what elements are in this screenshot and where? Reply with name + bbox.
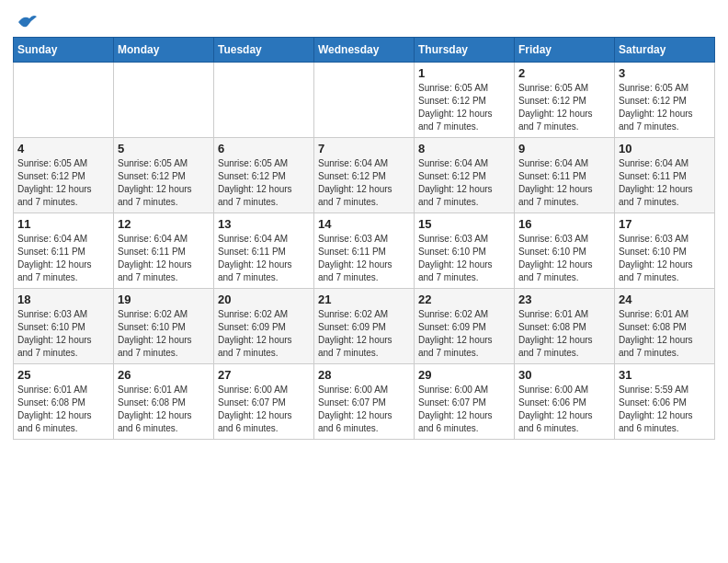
header	[9, 9, 719, 31]
day-info: Sunrise: 6:03 AM Sunset: 6:10 PM Dayligh…	[619, 233, 711, 284]
day-info: Sunrise: 6:01 AM Sunset: 6:08 PM Dayligh…	[619, 308, 711, 360]
day-cell: 29Sunrise: 6:00 AM Sunset: 6:07 PM Dayli…	[415, 364, 515, 440]
day-number: 21	[318, 293, 410, 306]
day-info: Sunrise: 6:02 AM Sunset: 6:09 PM Dayligh…	[418, 308, 510, 360]
day-cell	[14, 63, 114, 138]
day-cell: 26Sunrise: 6:01 AM Sunset: 6:08 PM Dayli…	[114, 364, 214, 440]
day-cell: 5Sunrise: 6:05 AM Sunset: 6:12 PM Daylig…	[114, 138, 214, 213]
day-number: 10	[619, 142, 711, 155]
day-info: Sunrise: 6:01 AM Sunset: 6:08 PM Dayligh…	[17, 384, 109, 435]
day-number: 24	[619, 293, 711, 306]
day-info: Sunrise: 6:04 AM Sunset: 6:11 PM Dayligh…	[619, 157, 711, 209]
day-cell	[114, 63, 214, 138]
day-info: Sunrise: 6:05 AM Sunset: 6:12 PM Dayligh…	[17, 157, 109, 209]
day-cell: 17Sunrise: 6:03 AM Sunset: 6:10 PM Dayli…	[615, 213, 715, 289]
day-number: 20	[218, 293, 310, 306]
day-number: 27	[218, 368, 310, 382]
day-header-wednesday: Wednesday	[314, 38, 415, 63]
day-number: 5	[118, 142, 210, 155]
day-info: Sunrise: 6:05 AM Sunset: 6:12 PM Dayligh…	[118, 157, 210, 209]
day-cell	[214, 63, 314, 138]
day-number: 4	[17, 142, 109, 155]
day-info: Sunrise: 6:00 AM Sunset: 6:07 PM Dayligh…	[318, 384, 410, 435]
day-info: Sunrise: 6:03 AM Sunset: 6:10 PM Dayligh…	[17, 308, 109, 360]
day-info: Sunrise: 6:05 AM Sunset: 6:12 PM Dayligh…	[418, 82, 510, 133]
day-cell: 31Sunrise: 5:59 AM Sunset: 6:06 PM Dayli…	[615, 364, 715, 440]
day-cell: 23Sunrise: 6:01 AM Sunset: 6:08 PM Dayli…	[515, 289, 615, 364]
day-number: 1	[418, 66, 510, 80]
calendar: SundayMondayTuesdayWednesdayThursdayFrid…	[9, 37, 719, 440]
day-header-saturday: Saturday	[615, 38, 715, 63]
day-info: Sunrise: 6:04 AM Sunset: 6:12 PM Dayligh…	[318, 157, 410, 209]
week-row-3: 11Sunrise: 6:04 AM Sunset: 6:11 PM Dayli…	[14, 213, 715, 289]
day-number: 14	[318, 217, 410, 231]
day-cell: 28Sunrise: 6:00 AM Sunset: 6:07 PM Dayli…	[314, 364, 415, 440]
day-cell: 11Sunrise: 6:04 AM Sunset: 6:11 PM Dayli…	[14, 213, 114, 289]
day-number: 26	[118, 368, 210, 382]
day-info: Sunrise: 6:00 AM Sunset: 6:07 PM Dayligh…	[218, 384, 310, 435]
day-cell: 14Sunrise: 6:03 AM Sunset: 6:11 PM Dayli…	[314, 213, 415, 289]
day-info: Sunrise: 6:05 AM Sunset: 6:12 PM Dayligh…	[518, 82, 610, 133]
day-header-monday: Monday	[114, 38, 214, 63]
day-number: 12	[118, 217, 210, 231]
day-number: 11	[17, 217, 109, 231]
day-info: Sunrise: 6:01 AM Sunset: 6:08 PM Dayligh…	[118, 384, 210, 435]
day-info: Sunrise: 6:03 AM Sunset: 6:10 PM Dayligh…	[418, 233, 510, 284]
day-cell: 10Sunrise: 6:04 AM Sunset: 6:11 PM Dayli…	[615, 138, 715, 213]
day-number: 9	[518, 142, 610, 155]
day-header-tuesday: Tuesday	[214, 38, 314, 63]
calendar-body: 1Sunrise: 6:05 AM Sunset: 6:12 PM Daylig…	[14, 63, 715, 440]
day-number: 16	[518, 217, 610, 231]
calendar-table: SundayMondayTuesdayWednesdayThursdayFrid…	[13, 37, 715, 440]
day-cell: 2Sunrise: 6:05 AM Sunset: 6:12 PM Daylig…	[515, 63, 615, 138]
day-number: 3	[619, 66, 711, 80]
day-number: 18	[17, 293, 109, 306]
day-cell: 22Sunrise: 6:02 AM Sunset: 6:09 PM Dayli…	[415, 289, 515, 364]
day-number: 25	[17, 368, 109, 382]
calendar-header: SundayMondayTuesdayWednesdayThursdayFrid…	[14, 38, 715, 63]
day-number: 6	[218, 142, 310, 155]
day-info: Sunrise: 6:04 AM Sunset: 6:11 PM Dayligh…	[118, 233, 210, 284]
day-number: 23	[518, 293, 610, 306]
logo	[17, 17, 39, 31]
day-info: Sunrise: 6:04 AM Sunset: 6:12 PM Dayligh…	[418, 157, 510, 209]
day-number: 30	[518, 368, 610, 382]
day-number: 2	[518, 66, 610, 80]
day-cell: 8Sunrise: 6:04 AM Sunset: 6:12 PM Daylig…	[415, 138, 515, 213]
day-cell: 25Sunrise: 6:01 AM Sunset: 6:08 PM Dayli…	[14, 364, 114, 440]
week-row-4: 18Sunrise: 6:03 AM Sunset: 6:10 PM Dayli…	[14, 289, 715, 364]
day-cell: 15Sunrise: 6:03 AM Sunset: 6:10 PM Dayli…	[415, 213, 515, 289]
header-row: SundayMondayTuesdayWednesdayThursdayFrid…	[14, 38, 715, 63]
day-number: 22	[418, 293, 510, 306]
day-info: Sunrise: 6:00 AM Sunset: 6:06 PM Dayligh…	[518, 384, 610, 435]
day-cell: 21Sunrise: 6:02 AM Sunset: 6:09 PM Dayli…	[314, 289, 415, 364]
day-cell: 12Sunrise: 6:04 AM Sunset: 6:11 PM Dayli…	[114, 213, 214, 289]
day-info: Sunrise: 6:03 AM Sunset: 6:10 PM Dayligh…	[518, 233, 610, 284]
day-number: 15	[418, 217, 510, 231]
day-cell: 18Sunrise: 6:03 AM Sunset: 6:10 PM Dayli…	[14, 289, 114, 364]
day-info: Sunrise: 6:05 AM Sunset: 6:12 PM Dayligh…	[619, 82, 711, 133]
day-cell: 27Sunrise: 6:00 AM Sunset: 6:07 PM Dayli…	[214, 364, 314, 440]
day-cell: 9Sunrise: 6:04 AM Sunset: 6:11 PM Daylig…	[515, 138, 615, 213]
day-info: Sunrise: 6:03 AM Sunset: 6:11 PM Dayligh…	[318, 233, 410, 284]
day-cell: 16Sunrise: 6:03 AM Sunset: 6:10 PM Dayli…	[515, 213, 615, 289]
week-row-1: 1Sunrise: 6:05 AM Sunset: 6:12 PM Daylig…	[14, 63, 715, 138]
day-cell: 6Sunrise: 6:05 AM Sunset: 6:12 PM Daylig…	[214, 138, 314, 213]
day-cell: 7Sunrise: 6:04 AM Sunset: 6:12 PM Daylig…	[314, 138, 415, 213]
day-info: Sunrise: 5:59 AM Sunset: 6:06 PM Dayligh…	[619, 384, 711, 435]
day-cell	[314, 63, 415, 138]
day-info: Sunrise: 6:04 AM Sunset: 6:11 PM Dayligh…	[518, 157, 610, 209]
day-cell: 4Sunrise: 6:05 AM Sunset: 6:12 PM Daylig…	[14, 138, 114, 213]
day-cell: 19Sunrise: 6:02 AM Sunset: 6:10 PM Dayli…	[114, 289, 214, 364]
day-info: Sunrise: 6:04 AM Sunset: 6:11 PM Dayligh…	[218, 233, 310, 284]
day-number: 8	[418, 142, 510, 155]
day-cell: 13Sunrise: 6:04 AM Sunset: 6:11 PM Dayli…	[214, 213, 314, 289]
day-number: 28	[318, 368, 410, 382]
day-info: Sunrise: 6:05 AM Sunset: 6:12 PM Dayligh…	[218, 157, 310, 209]
day-header-friday: Friday	[515, 38, 615, 63]
day-header-sunday: Sunday	[14, 38, 114, 63]
day-cell: 1Sunrise: 6:05 AM Sunset: 6:12 PM Daylig…	[415, 63, 515, 138]
day-number: 31	[619, 368, 711, 382]
day-info: Sunrise: 6:00 AM Sunset: 6:07 PM Dayligh…	[418, 384, 510, 435]
day-number: 7	[318, 142, 410, 155]
